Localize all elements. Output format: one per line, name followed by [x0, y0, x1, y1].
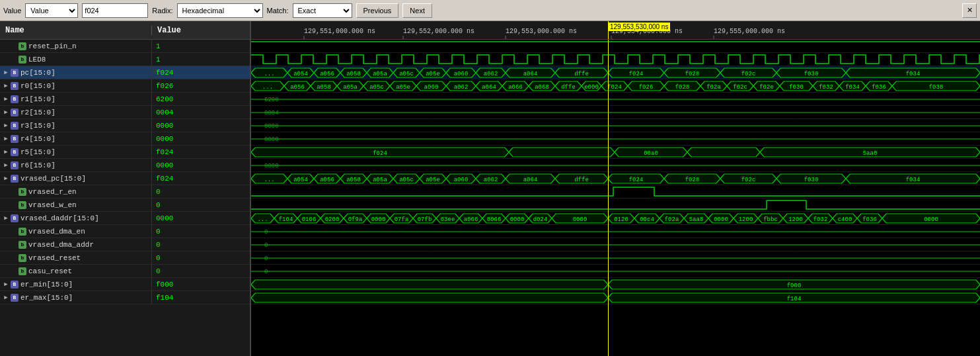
signal-label-r5_15_0: r5[15:0] — [20, 148, 56, 156]
expand-btn-r3_15_0[interactable]: ▶ — [3, 122, 9, 129]
signal-row-r1_15_0[interactable]: ▶Br1[15:0]6200 — [0, 93, 250, 106]
signal-icon-r5_15_0: B — [11, 148, 19, 156]
signal-name-pc_15_0: ▶Bpc[15:0] — [0, 66, 152, 79]
signal-label-r6_15_0: r6[15:0] — [20, 161, 56, 169]
match-select[interactable]: Exact Substring Regex — [293, 3, 352, 18]
signal-label-r0_15_0: r0[15:0] — [20, 82, 56, 90]
signal-name-r0_15_0: ▶Br0[15:0] — [0, 79, 152, 92]
signal-value-r1_15_0: 6200 — [152, 95, 173, 103]
signal-row-vrased_daddr_15_0[interactable]: ▶Bvrased_daddr[15:0]0000 — [0, 212, 250, 225]
signal-value-vrased_pc_15_0: f024 — [152, 175, 173, 183]
signal-row-r0_15_0[interactable]: ▶Br0[15:0]f026 — [0, 79, 250, 93]
signal-icon-er_min_15_0: B — [11, 281, 19, 289]
signal-row-r5_15_0[interactable]: ▶Br5[15:0]f024 — [0, 146, 250, 159]
signal-icon-LED8: b — [19, 56, 26, 64]
signal-name-er_max_15_0: ▶Ber_max[15:0] — [0, 291, 152, 304]
expand-btn-vrased_pc_15_0[interactable]: ▶ — [3, 175, 9, 182]
signal-icon-r0_15_0: B — [11, 82, 19, 90]
match-label: Match: — [267, 7, 289, 15]
expand-btn-r1_15_0[interactable]: ▶ — [3, 95, 9, 103]
signal-icon-vrased_w_en: b — [19, 201, 26, 209]
signal-row-r4_15_0[interactable]: ▶Br4[15:0]0000 — [0, 132, 250, 146]
signal-row-LED8[interactable]: bLED81 — [0, 53, 250, 66]
signal-name-LED8: bLED8 — [0, 53, 152, 66]
toolbar: Value Value Radix: Hexadecimal Binary De… — [0, 0, 980, 21]
signal-label-er_min_15_0: er_min[15:0] — [20, 281, 73, 289]
expand-btn-r4_15_0[interactable]: ▶ — [3, 135, 9, 142]
signal-name-r2_15_0: ▶Br2[15:0] — [0, 106, 152, 118]
signal-row-vrased_w_en[interactable]: bvrased_w_en0 — [0, 199, 250, 212]
signal-row-vrased_pc_15_0[interactable]: ▶Bvrased_pc[15:0]f024 — [0, 172, 250, 185]
signal-name-r4_15_0: ▶Br4[15:0] — [0, 132, 152, 145]
signal-row-pc_15_0[interactable]: ▶Bpc[15:0]f024 — [0, 66, 250, 79]
signal-row-vrased_dma_en[interactable]: bvrased_dma_en0 — [0, 225, 250, 238]
signal-label-LED8: LED8 — [28, 56, 46, 64]
signal-row-casu_reset[interactable]: bcasu_reset0 — [0, 265, 250, 278]
cursor-ruler-label: 129,553,530,000 ns — [608, 22, 670, 31]
expand-btn-vrased_daddr_15_0[interactable]: ▶ — [3, 214, 9, 222]
signal-icon-er_max_15_0: B — [11, 294, 19, 302]
signal-icon-r3_15_0: B — [11, 122, 19, 130]
signal-row-vrased_reset[interactable]: bvrased_reset0 — [0, 251, 250, 265]
signal-icon-vrased_pc_15_0: B — [11, 175, 19, 183]
signal-value-casu_reset: 0 — [152, 267, 161, 275]
signal-row-vrased_dma_addr[interactable]: bvrased_dma_addr0 — [0, 238, 250, 251]
expand-btn-r5_15_0[interactable]: ▶ — [3, 148, 9, 156]
signal-label-vrased_daddr_15_0: vrased_daddr[15:0] — [20, 214, 99, 222]
radix-select[interactable]: Hexadecimal Binary Decimal Octal ASCII — [177, 3, 263, 18]
signal-name-r1_15_0: ▶Br1[15:0] — [0, 93, 152, 105]
next-button[interactable]: Next — [402, 3, 432, 18]
column-headers: Name Value — [0, 21, 250, 40]
value-column-header: Value — [152, 26, 181, 35]
signal-icon-pc_15_0: B — [11, 69, 19, 77]
signal-icon-reset_pin_n: b — [19, 42, 26, 50]
signal-row-er_max_15_0[interactable]: ▶Ber_max[15:0]f104 — [0, 291, 250, 304]
signal-name-vrased_dma_en: bvrased_dma_en — [0, 225, 152, 238]
signal-label-vrased_dma_en: vrased_dma_en — [28, 228, 85, 236]
signal-icon-r4_15_0: B — [11, 135, 19, 143]
signal-row-r6_15_0[interactable]: ▶Br6[15:0]0000 — [0, 159, 250, 172]
signal-row-reset_pin_n[interactable]: breset_pin_n1 — [0, 40, 250, 53]
signal-value-reset_pin_n: 1 — [152, 42, 161, 50]
signal-list-panel: Name Value breset_pin_n1 bLED81▶Bpc[15:0… — [0, 21, 251, 356]
signal-name-r5_15_0: ▶Br5[15:0] — [0, 146, 152, 158]
previous-button[interactable]: Previous — [356, 3, 399, 18]
signal-label-vrased_pc_15_0: vrased_pc[15:0] — [20, 175, 86, 183]
signal-value-vrased_r_en: 0 — [152, 188, 161, 196]
close-button[interactable]: ✕ — [962, 3, 977, 18]
expand-btn-pc_15_0[interactable]: ▶ — [3, 69, 9, 76]
name-column-header: Name — [0, 26, 152, 35]
signal-row-er_min_15_0[interactable]: ▶Ber_min[15:0]f000 — [0, 278, 250, 291]
signal-value-vrased_reset: 0 — [152, 254, 161, 262]
expand-btn-r0_15_0[interactable]: ▶ — [3, 82, 9, 89]
signal-row-r2_15_0[interactable]: ▶Br2[15:0]0004 — [0, 106, 250, 119]
signal-name-casu_reset: bcasu_reset — [0, 265, 152, 277]
signal-value-vrased_daddr_15_0: 0000 — [152, 214, 173, 222]
signal-row-vrased_r_en[interactable]: bvrased_r_en0 — [0, 185, 250, 199]
value-label: Value — [3, 7, 21, 15]
signal-name-vrased_r_en: bvrased_r_en — [0, 185, 152, 198]
signal-name-vrased_reset: bvrased_reset — [0, 251, 152, 264]
value-type-select[interactable]: Value — [25, 3, 78, 18]
expand-btn-r2_15_0[interactable]: ▶ — [3, 109, 9, 116]
time-ruler: 129,553,530,000 ns — [251, 21, 980, 40]
expand-btn-er_max_15_0[interactable]: ▶ — [3, 294, 9, 301]
signal-label-vrased_w_en: vrased_w_en — [28, 201, 77, 209]
waveform-panel: 129,553,530,000 ns 129,553,530,000 ns — [251, 21, 980, 356]
signal-row-r3_15_0[interactable]: ▶Br3[15:0]0000 — [0, 119, 250, 132]
signal-icon-vrased_daddr_15_0: B — [11, 214, 19, 222]
waveform-area[interactable]: 129,553,530,000 ns — [251, 40, 980, 356]
signal-label-r3_15_0: r3[15:0] — [20, 122, 56, 130]
expand-btn-r6_15_0[interactable]: ▶ — [3, 161, 9, 169]
signal-label-r4_15_0: r4[15:0] — [20, 135, 56, 143]
search-input[interactable] — [82, 3, 148, 18]
signal-value-r4_15_0: 0000 — [152, 135, 173, 143]
signal-name-vrased_dma_addr: bvrased_dma_addr — [0, 238, 152, 251]
signal-icon-vrased_dma_addr: b — [19, 241, 26, 249]
signal-value-LED8: 1 — [152, 56, 161, 64]
signal-value-r0_15_0: f026 — [152, 82, 173, 90]
signal-rows-container: breset_pin_n1 bLED81▶Bpc[15:0]f024▶Br0[1… — [0, 40, 250, 356]
signal-value-pc_15_0: f024 — [152, 69, 173, 77]
expand-btn-er_min_15_0[interactable]: ▶ — [3, 281, 9, 288]
radix-label: Radix: — [152, 7, 172, 15]
